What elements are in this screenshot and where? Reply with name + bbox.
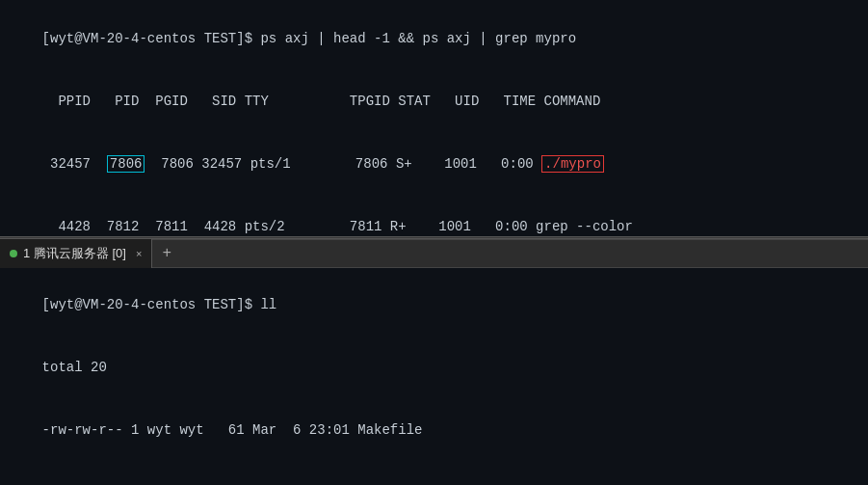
total-text: total 20 [42,360,107,375]
top-line-header: PPID PID PGID SID TTY TPGID STAT UID TIM… [10,70,858,133]
top-cmd-text: [wyt@VM-20-4-centos TEST]$ ps axj | head… [42,31,577,46]
bottom-line-3: -rw-rw-r-- 1 wyt wyt 61 Mar 6 23:01 Make… [10,399,858,462]
line3-pid-prefix: 32457 [42,156,107,172]
bottom-line-4: -rwxrwxr-x 1 wyt wyt 8464 Mar 6 23:15 my… [10,462,858,485]
makefile-line: -rw-rw-r-- 1 wyt wyt 61 Mar 6 23:01 Make… [42,422,423,438]
line3-cmd-prefix: ./ [544,156,561,172]
top-terminal-pane: [wyt@VM-20-4-centos TEST]$ ps axj | head… [0,0,868,236]
bottom-cmd-ll: [wyt@VM-20-4-centos TEST]$ ll [42,297,277,312]
bottom-line-2: total 20 [10,337,858,399]
mypro-cmd-highlight: ./mypro [541,155,604,173]
line4-text: 4428 7812 7811 4428 pts/2 7811 R+ 1001 0… [42,219,633,234]
bottom-terminal-pane: [wyt@VM-20-4-centos TEST]$ ll total 20 -… [0,268,868,485]
header-text: PPID PID PGID SID TTY TPGID STAT UID TIM… [42,94,601,109]
tab-1-label: 1 腾讯云服务器 [0] [23,245,126,262]
line3-cmd: mypro [561,156,601,172]
tab-close-button[interactable]: × [136,248,142,259]
pid-7806-text: 7806 [110,156,143,172]
tab-status-dot [10,250,17,257]
top-line-1: [wyt@VM-20-4-centos TEST]$ ps axj | head… [10,8,858,70]
top-line-4: 4428 7812 7811 4428 pts/2 7811 R+ 1001 0… [10,196,858,236]
pid-7806-highlight: 7806 [107,155,145,173]
top-line-3: 32457 7806 7806 32457 pts/1 7806 S+ 1001… [10,133,858,196]
tab-bar: 1 腾讯云服务器 [0] × + [0,239,868,268]
tab-1[interactable]: 1 腾讯云服务器 [0] × [0,239,152,268]
bottom-line-1: [wyt@VM-20-4-centos TEST]$ ll [10,274,858,337]
new-tab-button[interactable]: + [152,239,181,268]
line3-rest: 7806 32457 pts/1 7806 S+ 1001 0:00 [145,156,541,172]
